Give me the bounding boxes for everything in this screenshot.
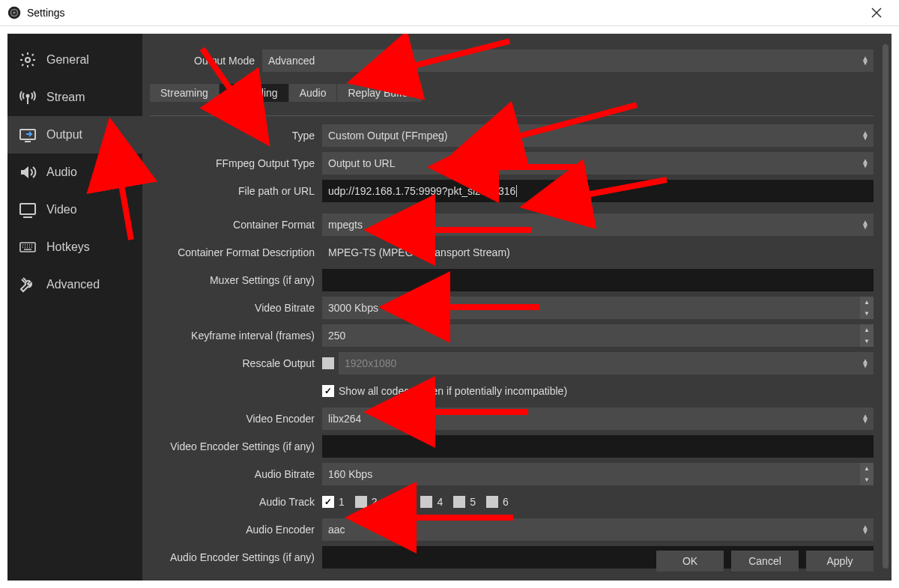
show-all-codecs-checkbox[interactable]: ✓ (322, 385, 334, 397)
keyframe-interval-input[interactable]: 250 ▲▼ (322, 324, 874, 347)
audio-track-2-checkbox[interactable] (355, 496, 367, 508)
sidebar-item-stream[interactable]: Stream (7, 79, 142, 116)
chevron-updown-icon: ▲▼ (862, 56, 869, 65)
ok-button[interactable]: OK (656, 551, 724, 572)
sidebar-item-label: General (46, 53, 89, 67)
dialog-buttons: OK Cancel Apply (656, 551, 874, 572)
spinner-buttons[interactable]: ▲▼ (860, 463, 874, 485)
label-audio-encoder-settings: Audio Encoder Settings (if any) (150, 551, 322, 563)
audio-track-3-checkbox[interactable] (388, 496, 400, 508)
label-muxer-settings: Muxer Settings (if any) (150, 274, 322, 286)
sidebar-item-label: Stream (46, 91, 85, 104)
text-cursor (516, 185, 517, 197)
scrollbar[interactable] (883, 44, 889, 569)
gear-icon (18, 50, 37, 70)
container-desc-text: MPEG-TS (MPEG-2 Transport Stream) (322, 241, 874, 264)
video-encoder-settings-input[interactable] (322, 435, 874, 458)
label-audio-bitrate: Audio Bitrate (150, 468, 322, 480)
output-tabs: Streaming Recording Audio Replay Buffer (150, 84, 874, 102)
chevron-updown-icon: ▲▼ (862, 359, 869, 368)
main-panel: Output Mode Advanced ▲▼ Streaming Record… (142, 34, 892, 581)
speaker-icon (18, 163, 37, 182)
settings-window: Settings General Stream (0, 0, 899, 588)
sidebar-item-hotkeys[interactable]: Hotkeys (7, 228, 142, 266)
monitor-out-icon (18, 125, 37, 145)
label-video-bitrate: Video Bitrate (150, 302, 322, 314)
spinner-buttons[interactable]: ▲▼ (860, 324, 874, 347)
label-container-desc: Container Format Description (150, 246, 322, 258)
muxer-settings-input[interactable] (322, 269, 874, 291)
show-all-codecs-label: Show all codecs (even if potentially inc… (339, 385, 567, 397)
sidebar-item-general[interactable]: General (7, 41, 142, 79)
label-container-format: Container Format (150, 219, 322, 231)
spinner-buttons[interactable]: ▲▼ (860, 297, 874, 319)
sidebar-item-advanced[interactable]: Advanced (7, 266, 142, 303)
label-audio-encoder: Audio Encoder (150, 524, 322, 536)
video-bitrate-input[interactable]: 3000 Kbps ▲▼ (322, 297, 874, 319)
cancel-button[interactable]: Cancel (731, 551, 799, 572)
label-ffmpeg-output-type: FFmpeg Output Type (150, 157, 322, 169)
monitor-icon (18, 200, 37, 219)
type-select[interactable]: Custom Output (FFmpeg) ▲▼ (322, 124, 874, 147)
sidebar-item-label: Video (46, 203, 77, 216)
label-keyframe-interval: Keyframe interval (frames) (150, 330, 322, 342)
audio-track-6-checkbox[interactable] (486, 496, 498, 508)
divider (150, 115, 874, 116)
rescale-output-checkbox[interactable] (322, 357, 334, 369)
sidebar-item-audio[interactable]: Audio (7, 154, 142, 191)
sidebar-item-output[interactable]: Output (7, 116, 142, 154)
keyboard-icon (18, 237, 37, 257)
svg-rect-6 (20, 204, 35, 214)
video-encoder-select[interactable]: libx264 ▲▼ (322, 407, 874, 430)
rescale-output-size: 1920x1080 ▲▼ (339, 352, 874, 375)
tab-audio[interactable]: Audio (289, 84, 337, 102)
window-title: Settings (27, 7, 65, 19)
ffmpeg-output-type-select[interactable]: Output to URL ▲▼ (322, 152, 874, 175)
label-output-mode: Output Mode (150, 55, 262, 67)
chevron-updown-icon: ▲▼ (862, 414, 869, 423)
svg-point-3 (25, 58, 30, 62)
chevron-updown-icon: ▲▼ (862, 525, 869, 534)
label-video-encoder: Video Encoder (150, 413, 322, 425)
audio-bitrate-input[interactable]: 160 Kbps ▲▼ (322, 463, 874, 485)
antenna-icon (18, 88, 37, 107)
output-mode-select[interactable]: Advanced ▲▼ (262, 49, 874, 72)
sidebar-item-label: Output (46, 128, 82, 142)
audio-track-5-checkbox[interactable] (453, 496, 465, 508)
svg-point-2 (13, 11, 15, 13)
chevron-updown-icon: ▲▼ (862, 159, 869, 168)
audio-track-1-checkbox[interactable]: ✓ (322, 496, 334, 508)
settings-sidebar: General Stream Output (7, 34, 142, 581)
label-file-path: File path or URL (150, 185, 322, 197)
close-button[interactable] (862, 1, 892, 24)
label-video-encoder-settings: Video Encoder Settings (if any) (150, 440, 322, 452)
label-rescale-output: Rescale Output (150, 357, 322, 369)
tab-recording[interactable]: Recording (220, 84, 288, 102)
sidebar-item-label: Audio (46, 166, 77, 179)
container-format-select[interactable]: mpegts ▲▼ (322, 213, 874, 236)
tab-streaming[interactable]: Streaming (150, 84, 219, 102)
chevron-updown-icon: ▲▼ (862, 131, 869, 140)
obs-logo-icon (7, 6, 21, 19)
audio-track-4-checkbox[interactable] (420, 496, 432, 508)
tools-icon (18, 275, 37, 294)
audio-encoder-select[interactable]: aac ▲▼ (322, 518, 874, 541)
file-path-input[interactable]: udp://192.168.1.75:9999?pkt_size=1316 (322, 180, 874, 202)
sidebar-item-video[interactable]: Video (7, 191, 142, 228)
apply-button[interactable]: Apply (806, 551, 874, 572)
sidebar-item-label: Hotkeys (46, 240, 90, 254)
label-audio-track: Audio Track (150, 496, 322, 508)
tab-replay-buffer[interactable]: Replay Buffer (337, 84, 422, 102)
sidebar-item-label: Advanced (46, 278, 100, 291)
chevron-updown-icon: ▲▼ (862, 220, 869, 229)
label-type: Type (150, 130, 322, 142)
titlebar: Settings (0, 0, 899, 26)
